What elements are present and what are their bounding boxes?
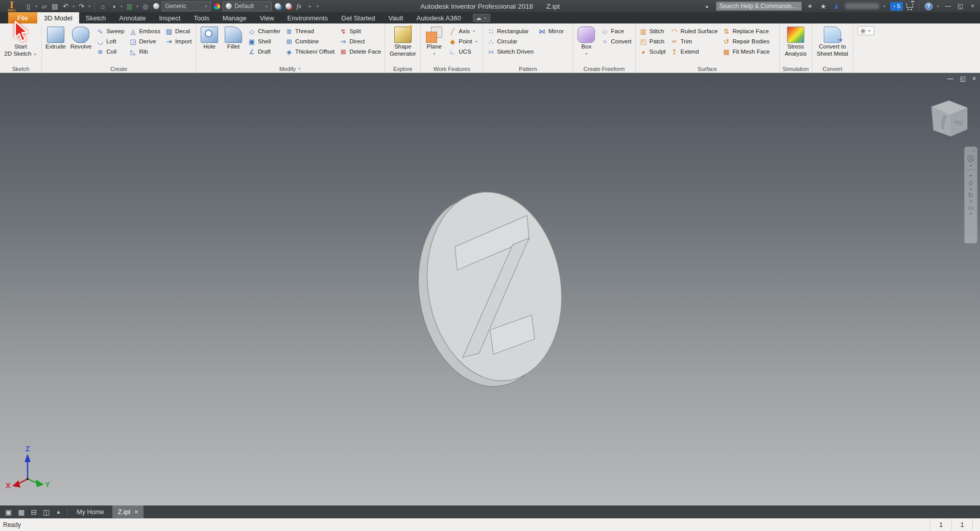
nav-caret-icon[interactable]: ▾ — [970, 163, 972, 168]
draft-button[interactable]: ∠Draft — [246, 46, 282, 57]
trim-button[interactable]: ✂Trim — [668, 36, 720, 46]
axis-button[interactable]: ╱Axis▾ — [446, 26, 480, 36]
delete-face-button[interactable]: ⊠Delete Face — [337, 46, 383, 57]
restore-icon[interactable]: ◱ — [960, 75, 966, 82]
tab-vault[interactable]: Vault — [382, 12, 410, 23]
freeform-box-button[interactable]: Box ▾ — [575, 25, 598, 59]
rectangular-pattern-button[interactable]: ∷Rectangular — [485, 26, 536, 36]
tab-inspect[interactable]: Inspect — [152, 12, 187, 23]
coil-button[interactable]: ≋Coil — [94, 46, 126, 57]
freeform-convert-button[interactable]: ≈Convert — [599, 36, 633, 46]
tab-document-zipt[interactable]: Z.ipt × — [112, 505, 144, 518]
import-button[interactable]: ⇥Import — [163, 36, 194, 46]
point-button[interactable]: ◆Point▾ — [446, 36, 480, 46]
look-at-icon[interactable]: ▭ — [968, 204, 974, 211]
zoom-icon[interactable]: ⊙ — [968, 179, 974, 187]
pan-icon[interactable]: + — [969, 172, 973, 179]
home-icon[interactable]: ⌂ — [98, 1, 108, 11]
patch-button[interactable]: ◰Patch — [637, 36, 668, 46]
help-icon[interactable]: ? — [925, 3, 933, 10]
emboss-button[interactable]: ◬Emboss — [127, 26, 162, 36]
nav-caret-icon[interactable]: ▾ — [970, 199, 972, 204]
tab-my-home[interactable]: My Home — [68, 505, 112, 518]
color-wheel-icon[interactable] — [212, 1, 222, 11]
clear-appearance-icon[interactable] — [283, 1, 293, 11]
orbit-icon[interactable]: ↻ — [968, 191, 974, 199]
replace-face-button[interactable]: ⇅Replace Face — [720, 26, 772, 36]
split-button[interactable]: ↯Split — [337, 26, 383, 36]
notification-badge[interactable]: ◔ 5 — [890, 2, 903, 11]
minimize-icon[interactable]: — — [947, 75, 953, 82]
ruled-surface-button[interactable]: ◠Ruled Surface — [668, 26, 720, 36]
hole-button[interactable]: Hole — [198, 25, 221, 52]
undo-icon[interactable]: ↶ — [61, 1, 70, 11]
direct-button[interactable]: ⇒Direct — [337, 36, 383, 46]
material-select[interactable]: Generic ▾ — [162, 2, 211, 11]
minimize-icon[interactable]: — — [944, 2, 952, 11]
shell-button[interactable]: ▣Shell — [246, 36, 282, 46]
sketch-driven-button[interactable]: ∺Sketch Driven — [485, 46, 536, 57]
extrude-button[interactable]: Extrude — [43, 25, 68, 52]
fx-parameters-icon[interactable]: fx — [294, 1, 304, 11]
person-icon[interactable]: ♟ — [832, 1, 842, 11]
tab-get-started[interactable]: Get Started — [334, 12, 381, 23]
dropdown-caret-icon[interactable]: ▾ — [119, 4, 124, 9]
dropdown-caret-icon[interactable]: ▾ — [882, 4, 887, 9]
plus-icon[interactable]: + — [305, 1, 315, 11]
dropdown-caret-icon[interactable]: ▾ — [135, 4, 139, 9]
3d-scene[interactable]: RIGHT TOP Z X Y — [0, 73, 980, 505]
chamfer-button[interactable]: ◇Chamfer — [246, 26, 282, 36]
extend-button[interactable]: ↥Extend — [668, 46, 720, 57]
tab-close-icon[interactable]: × — [134, 509, 138, 516]
favorites-star-icon[interactable]: ★ — [819, 1, 828, 11]
dropdown-caret-icon[interactable]: ▾ — [936, 4, 940, 9]
circular-pattern-button[interactable]: ∴Circular — [485, 36, 536, 46]
repair-bodies-button[interactable]: ↺Repair Bodies — [720, 36, 772, 46]
plane-button[interactable]: Plane ▾ — [422, 25, 446, 59]
restore-icon[interactable]: ◱ — [956, 2, 965, 11]
dropdown-caret-icon[interactable]: ▾ — [34, 4, 38, 9]
navbar-close-icon[interactable]: × — [973, 148, 975, 153]
nav-caret-icon[interactable]: ▾ — [970, 187, 972, 191]
model-viewport[interactable]: RIGHT TOP Z X Y — ◱ × × ◎ ▾ + ⊙ ▾ ↻ ▾ — [0, 73, 980, 505]
material-book-icon[interactable]: ▥ — [125, 1, 134, 11]
satellite-icon[interactable]: ✶ — [805, 1, 815, 11]
freeform-face-button[interactable]: ◇Face — [599, 26, 633, 36]
derive-button[interactable]: ◲Derive — [127, 36, 162, 46]
tab-view[interactable]: View — [253, 12, 281, 23]
sculpt-button[interactable]: ◕Sculpt — [637, 46, 668, 57]
stress-analysis-button[interactable]: Stress Analysis — [783, 25, 809, 59]
appearance-select[interactable]: Default ▾ — [223, 2, 272, 11]
fit-mesh-face-button[interactable]: ▦Fit Mesh Face — [720, 46, 772, 57]
adjust-appearance-icon[interactable] — [273, 1, 282, 11]
expand-panel-icon[interactable]: ▲ — [56, 509, 61, 515]
split-vertical-icon[interactable]: ◫ — [43, 508, 50, 516]
arrow-right-icon[interactable]: ▸ — [703, 1, 712, 11]
tab-3d-model[interactable]: 3D Model — [37, 12, 79, 23]
loft-button[interactable]: ◡Loft — [94, 36, 126, 46]
view-cube[interactable]: RIGHT TOP — [931, 101, 967, 136]
save-icon[interactable]: ▤ — [50, 1, 60, 11]
cascade-windows-icon[interactable]: ▣ — [5, 508, 12, 516]
tab-sketch[interactable]: Sketch — [79, 12, 113, 23]
nav-wheel-icon[interactable]: ◎ — [967, 153, 975, 163]
shape-generator-button[interactable]: Shape Generator — [388, 25, 418, 59]
store-cart-icon[interactable] — [906, 3, 913, 8]
convert-sheet-metal-button[interactable]: Convert to Sheet Metal — [815, 25, 850, 59]
tab-annotate[interactable]: Annotate — [112, 12, 152, 23]
tab-environments[interactable]: Environments — [281, 12, 334, 23]
part-z-coin[interactable] — [405, 182, 575, 396]
inventor-logo[interactable]: I PRO — [4, 1, 19, 14]
dropdown-caret-icon[interactable]: ▾ — [71, 4, 76, 9]
account-name-redacted[interactable] — [845, 3, 879, 9]
dropdown-caret-icon[interactable]: ▾ — [87, 4, 91, 9]
thicken-offset-button[interactable]: ◈Thicken/ Offset — [283, 46, 337, 57]
ucs-button[interactable]: ∟UCS — [446, 46, 480, 57]
tab-autodesk-a360[interactable]: Autodesk A360 — [410, 12, 467, 23]
close-icon[interactable]: × — [968, 2, 977, 11]
close-icon[interactable]: × — [972, 75, 976, 82]
thread-button[interactable]: ≣Thread — [283, 26, 337, 36]
dropdown-caret-icon[interactable]: ▾ — [316, 4, 320, 9]
nav-caret-icon[interactable]: ▾ — [970, 211, 972, 216]
sweep-button[interactable]: ∿Sweep — [94, 26, 126, 36]
